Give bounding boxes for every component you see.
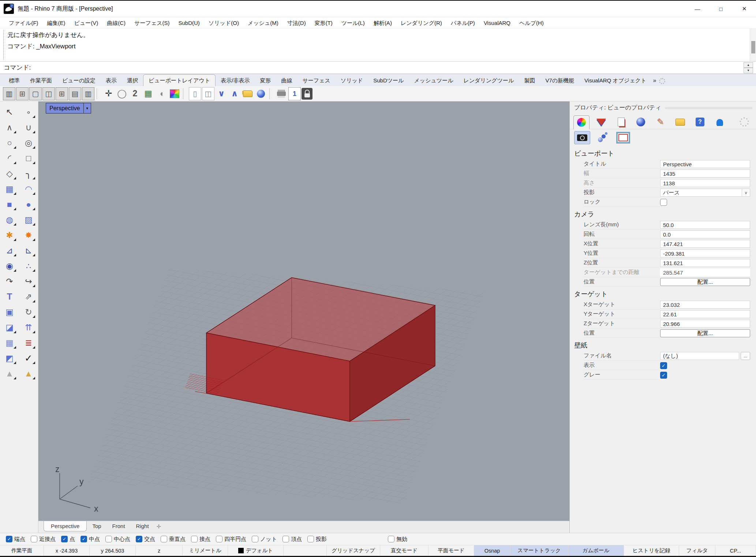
toolbar-tab[interactable]: ビューポートレイアウト (143, 74, 216, 86)
browse-button[interactable]: ... (741, 352, 750, 360)
osnap-item[interactable]: ノット (252, 536, 277, 543)
status-cell[interactable]: Osnap (474, 545, 510, 556)
osnap-item[interactable]: 接点 (191, 536, 210, 543)
osnap-item[interactable]: 垂直点 (161, 536, 186, 543)
view-tab[interactable]: Front (107, 521, 131, 531)
toolbar-tab[interactable]: 製図 (519, 75, 540, 86)
property-dropdown[interactable]: パース ∨ (660, 189, 750, 197)
osnap-item[interactable]: 投影 (307, 536, 327, 543)
new-floating-viewport[interactable]: ▯ (189, 87, 201, 100)
perspective-viewport[interactable]: zyx Perspective ▼ PerspectiveTopFrontRig… (38, 101, 569, 533)
grid-options[interactable]: ▦ (142, 87, 154, 100)
osnap-checkbox[interactable] (216, 536, 222, 542)
command-input[interactable] (31, 62, 744, 74)
menu-item[interactable]: サーフェス(S) (130, 17, 174, 29)
text-tool[interactable]: T (1, 289, 18, 304)
osnap-checkbox[interactable] (61, 536, 68, 542)
panel-grip[interactable] (1, 30, 4, 60)
rotate-tool[interactable]: ↻ (20, 304, 37, 320)
osnap-checkbox[interactable] (6, 536, 12, 542)
toolbar-tab[interactable]: SubDツール (368, 75, 409, 86)
property-value-input[interactable]: 50.0 (660, 221, 750, 229)
check-tool[interactable]: ✓ (20, 350, 37, 366)
viewport-mode-icon[interactable] (574, 131, 590, 144)
menu-item[interactable]: 変形(T) (310, 17, 337, 29)
select-tool[interactable]: ↖ (1, 104, 18, 120)
minimize-button[interactable]: — (686, 1, 709, 17)
toolbar-tab[interactable]: ソリッド (336, 75, 368, 86)
property-value-input[interactable]: 22.61 (660, 310, 750, 318)
menu-item[interactable]: 寸法(D) (283, 17, 310, 29)
viewport-split-v[interactable]: ◫ (42, 87, 55, 100)
copy-tool[interactable]: ▣ (1, 304, 18, 320)
explode-tool[interactable]: ✸ (20, 227, 37, 243)
info-panel[interactable]: 1 (288, 87, 301, 100)
patch-tool[interactable]: ▨ (20, 212, 37, 227)
polyline-tool[interactable]: ∧ (1, 120, 18, 135)
status-cell[interactable]: デフォルト (228, 545, 284, 556)
sphere-tool[interactable]: ● (20, 197, 37, 212)
property-value-input[interactable]: 0.0 (660, 230, 750, 238)
toolbar-tab[interactable]: ビューの設定 (57, 75, 101, 86)
status-cell[interactable] (284, 545, 327, 556)
boolean-union-tool[interactable]: ◉ (1, 258, 18, 274)
viewport-split-h[interactable]: ▤ (69, 87, 81, 100)
menu-item[interactable]: ビュー(V) (70, 17, 103, 29)
2d-view[interactable]: 2 (129, 87, 141, 100)
property-value-input[interactable]: 23.032 (660, 301, 750, 309)
status-cell[interactable]: ミリメートル (183, 545, 228, 556)
materials-icon[interactable] (633, 115, 649, 129)
menu-item[interactable]: 編集(E) (43, 17, 70, 29)
property-value-input[interactable]: 1138 (660, 179, 750, 187)
menu-item[interactable]: メッシュ(M) (243, 17, 283, 29)
status-cell[interactable]: ヒストリを記録 (624, 545, 679, 556)
property-value-input[interactable]: -209.381 (660, 249, 750, 257)
boolean-difference-tool[interactable]: ◪ (1, 320, 18, 335)
shaded-view[interactable]: ◯ (116, 87, 128, 100)
status-cell[interactable]: z (136, 545, 183, 556)
open-viewport[interactable] (242, 87, 254, 100)
ellipse-tool[interactable]: ◎ (20, 135, 37, 151)
file-name-input[interactable]: (なし) (660, 352, 739, 360)
osnap-item[interactable]: 中心点 (105, 536, 130, 543)
status-cell[interactable]: スマートトラック (510, 545, 568, 556)
status-cell[interactable]: 平面モード (428, 545, 474, 556)
osnap-item[interactable]: 端点 (6, 536, 25, 543)
toolbar-tab[interactable]: 選択 (122, 75, 143, 86)
toolbar-icon[interactable] (183, 88, 187, 99)
viewport-menu-chevron-icon[interactable]: ▼ (84, 107, 91, 110)
property-value-input[interactable]: 1435 (660, 170, 750, 178)
viewport-properties[interactable]: ◫ (202, 87, 214, 100)
toolbar-icon[interactable] (269, 88, 273, 99)
osnap-checkbox[interactable] (282, 536, 289, 542)
polygon-tool[interactable]: ◇ (1, 166, 18, 181)
property-value-input[interactable]: 131.621 (660, 259, 750, 267)
osnap-item[interactable]: 四半円点 (216, 536, 246, 543)
rebuild-tool[interactable]: ↪ (20, 274, 37, 289)
arc-tool[interactable]: ◜ (1, 151, 18, 166)
toolbar-icon[interactable] (97, 88, 100, 99)
toolbar-tab[interactable]: 表示 (101, 75, 122, 86)
osnap-checkbox[interactable] (136, 536, 142, 542)
status-cell[interactable]: ガムボール (568, 545, 624, 556)
toolbar-tab[interactable]: 表示/非表示 (216, 75, 255, 86)
add-view-tab-icon[interactable]: ✛ (154, 521, 164, 532)
array-tool[interactable]: ▦ (1, 335, 18, 350)
place-button[interactable]: 配置... (660, 278, 750, 286)
surface-tool[interactable]: ▦ (1, 181, 18, 197)
toolbar-tab[interactable]: サーフェス (297, 75, 335, 86)
property-value-input[interactable]: Perspective (660, 160, 750, 168)
menu-item[interactable]: ファイル(F) (4, 17, 43, 29)
toolbar-tab[interactable]: VisualARQ オブジェクト (579, 75, 651, 86)
render-view[interactable] (255, 87, 267, 100)
frame-mode-icon[interactable] (615, 131, 631, 144)
viewport-title-label[interactable]: Perspective ▼ (46, 103, 91, 114)
menu-item[interactable]: ソリッド(O) (204, 17, 243, 29)
join-tool[interactable]: ✱ (1, 227, 18, 243)
box-tool[interactable]: ■ (1, 197, 18, 212)
print[interactable] (275, 87, 288, 100)
osnap-item[interactable]: 近接点 (31, 536, 56, 543)
menu-item[interactable]: VisualARQ (479, 17, 515, 29)
property-checkbox[interactable] (660, 199, 667, 206)
viewport-layout-3[interactable]: ▥ (3, 87, 15, 100)
